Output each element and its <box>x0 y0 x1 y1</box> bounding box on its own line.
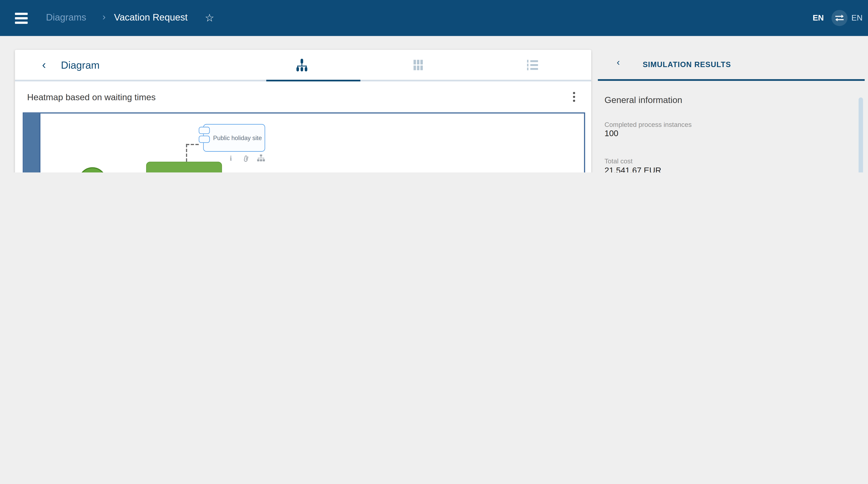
tab-diagram-view[interactable] <box>269 50 335 80</box>
diagram-card-header: ‹ Diagram <box>15 50 591 82</box>
simulation-results-panel: ‹ SIMULATION RESULTS General information… <box>594 36 868 173</box>
diagram-canvas[interactable]: Vacation Request Employee Supervisor Sta… <box>23 113 585 173</box>
org-chart-icon[interactable] <box>256 154 265 162</box>
association-holiday-v <box>186 144 187 162</box>
association-holiday-h <box>186 144 199 145</box>
it-system-tab <box>199 135 210 143</box>
kebab-menu-icon[interactable] <box>573 92 575 104</box>
breadcrumb-current: Vacation Request <box>114 12 188 23</box>
pool-header[interactable]: Vacation Request <box>24 114 40 173</box>
panel-scrollbar[interactable] <box>859 97 863 173</box>
process-hierarchy-icon <box>295 58 308 71</box>
active-tab-underline <box>266 80 361 81</box>
pool-name: Vacation Request <box>24 114 40 173</box>
tab-grid-view[interactable] <box>385 50 451 80</box>
results-title: SIMULATION RESULTS <box>643 60 731 69</box>
it-system-tab <box>199 127 210 134</box>
diagram-card: ‹ Diagram <box>15 50 591 173</box>
menu-icon[interactable] <box>15 13 28 26</box>
task-provide-vacation-data[interactable]: Provide vacation data <box>146 161 222 173</box>
top-bar: Diagrams › Vacation Request ☆ EN EN <box>0 0 868 36</box>
results-title-underline <box>598 79 865 81</box>
completed-instances-label: Completed process instances <box>604 121 692 128</box>
start-event[interactable] <box>79 167 106 173</box>
language-primary: EN <box>812 13 824 22</box>
results-back-chevron-icon[interactable]: ‹ <box>617 57 620 68</box>
app: Diagrams › Vacation Request ☆ EN EN ‹ Di… <box>0 0 868 173</box>
info-icon[interactable]: i <box>226 154 235 162</box>
breadcrumb-diagrams[interactable]: Diagrams <box>46 12 86 23</box>
badge-row: i <box>226 154 265 162</box>
language-switch-button[interactable] <box>832 10 847 26</box>
total-cost-label: Total cost <box>604 157 632 165</box>
attachment-icon[interactable] <box>241 154 250 162</box>
grid-icon <box>413 60 423 70</box>
numbered-list-icon <box>527 60 538 70</box>
language-secondary: EN <box>851 13 863 22</box>
tab-list-view[interactable] <box>499 50 566 80</box>
panel-title: Diagram <box>61 59 100 71</box>
back-chevron-icon[interactable]: ‹ <box>42 58 46 71</box>
completed-instances-value: 100 <box>604 128 618 138</box>
lane-label-employee: Employee <box>45 167 52 173</box>
general-heading: General information <box>604 95 682 105</box>
swap-arrows-icon <box>835 14 844 22</box>
breadcrumb-separator-icon: › <box>102 12 105 23</box>
favorite-star-icon[interactable]: ☆ <box>205 12 214 25</box>
heatmap-title: Heatmap based on waiting times <box>27 93 155 102</box>
total-cost-value: 21,541.67 EUR <box>604 165 661 173</box>
it-system-public-holiday[interactable]: Public holiday site <box>203 124 265 152</box>
